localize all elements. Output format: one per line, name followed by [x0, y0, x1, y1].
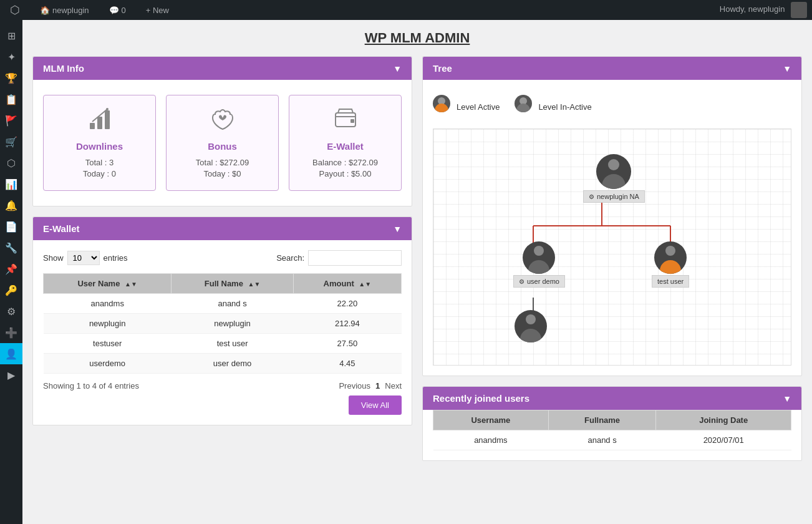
search-label: Search:	[276, 253, 304, 263]
tree-node-child1: ⚙ user demo	[513, 241, 565, 288]
tree-toggle[interactable]: ▼	[783, 64, 791, 74]
page-title: WP MLM ADMIN	[32, 30, 802, 46]
left-column: MLM Info ▼	[32, 56, 412, 461]
wp-logo-item[interactable]: ⬡	[5, 0, 25, 20]
bonus-title: Bonus	[176, 141, 268, 152]
bonus-card: Bonus Total : $272.09 Today : $0	[166, 95, 279, 191]
svg-rect-1	[97, 117, 102, 129]
sort-fullname[interactable]: ▲▼	[248, 281, 261, 288]
joined-col-username: Username	[433, 410, 549, 430]
cell-amount: 22.20	[293, 294, 401, 314]
cell-fullname: anand s	[172, 294, 293, 314]
ewallet-card-title: E-Wallet	[299, 141, 391, 152]
col-username[interactable]: User Name ▲▼	[44, 274, 172, 294]
cell-fullname: newplugin	[172, 314, 293, 334]
sidebar-item-layers[interactable]: ⬡	[0, 152, 22, 173]
sidebar-item-users[interactable]: 👤	[0, 343, 22, 364]
show-label: Show	[43, 253, 64, 263]
cell-fullname: test user	[172, 334, 293, 354]
ewallet-icon	[299, 105, 391, 136]
recently-joined-header: Recently joined users ▼	[423, 387, 801, 410]
table-footer: Showing 1 to 4 of 4 entries Previous 1 N…	[43, 381, 402, 391]
table-row: userdemo user demo 4.45	[44, 354, 402, 374]
mlm-info-header: MLM Info ▼	[33, 57, 412, 80]
sidebar-item-posts[interactable]: ✦	[0, 46, 22, 67]
sort-username[interactable]: ▲▼	[125, 281, 137, 288]
recently-joined-panel: Recently joined users ▼ Username Fullnam…	[422, 386, 802, 461]
list-item: anandms anand s 2020/07/01	[433, 430, 791, 450]
tree-body: Level Active Level In-Active	[423, 80, 801, 376]
cell-amount: 27.50	[293, 334, 401, 354]
sidebar-item-settings[interactable]: ⚙	[0, 301, 22, 322]
joined-col-date: Joining Date	[656, 410, 791, 430]
mlm-info-panel: MLM Info ▼	[32, 56, 412, 206]
sidebar-item-pin[interactable]: 📌	[0, 258, 22, 279]
ewallet-card: E-Wallet Balance : $272.09 Payout : $5.0…	[289, 95, 402, 191]
sidebar-item-dashboard[interactable]: ⊞	[0, 25, 22, 46]
tree-node-root: ⚙ newplugin NA	[583, 154, 645, 203]
sidebar-item-forms[interactable]: 📄	[0, 216, 22, 237]
sidebar-item-awards[interactable]: 🏆	[0, 67, 22, 89]
table-row: anandms anand s 22.20	[44, 294, 402, 314]
child2-label: test user	[652, 275, 689, 288]
pagination: Previous 1 Next	[339, 381, 402, 391]
admin-bar: ⬡ 🏠 newplugin 💬 0 + New Howdy, newplugin	[0, 0, 812, 20]
sidebar-item-woo[interactable]: 🛒	[0, 131, 22, 152]
ewallet-balance: Balance : $272.09	[299, 158, 391, 167]
ewallet-title: E-Wallet	[43, 223, 80, 234]
bonus-today: Today : $0	[176, 169, 268, 178]
child1-label: ⚙ user demo	[513, 275, 565, 288]
sidebar-item-media[interactable]: ▶	[0, 364, 22, 386]
recently-joined-title: Recently joined users	[433, 393, 529, 404]
legend-inactive-label: Level In-Active	[538, 102, 591, 112]
sidebar-item-updates[interactable]: 🔑	[0, 279, 22, 301]
sidebar: ⊞ ✦ 🏆 📋 🚩 🛒 ⬡ 📊 🔔 📄 🔧 📌 🔑 ⚙ ➕ 👤 ▶	[0, 20, 22, 524]
wp-logo-icon: ⬡	[10, 3, 20, 17]
comments-item[interactable]: 💬 0	[104, 0, 131, 20]
ewallet-table: User Name ▲▼ Full Name ▲▼ Amount ▲▼	[43, 273, 402, 374]
sidebar-item-analytics[interactable]: 📊	[0, 173, 22, 195]
table-showing-text: Showing 1 to 4 of 4 entries	[43, 381, 139, 391]
site-name-item[interactable]: 🏠 newplugin	[35, 0, 94, 20]
main-content: WP MLM ADMIN MLM Info ▼	[22, 20, 812, 524]
downlines-card: Downlines Total : 3 Today : 0	[43, 95, 156, 191]
sidebar-item-comments[interactable]: 🚩	[0, 110, 22, 131]
tree-title: Tree	[433, 63, 452, 74]
search-input[interactable]	[308, 250, 402, 266]
mlm-info-toggle[interactable]: ▼	[393, 64, 402, 74]
joined-col-fullname: Fullname	[548, 410, 656, 430]
pagination-current[interactable]: 1	[375, 381, 380, 391]
joined-fullname: anand s	[548, 430, 656, 450]
legend-active-label: Level Active	[457, 102, 500, 112]
pagination-next[interactable]: Next	[385, 381, 402, 391]
comments-count: 0	[122, 6, 126, 15]
ewallet-toggle[interactable]: ▼	[393, 224, 402, 234]
sidebar-item-add[interactable]: ➕	[0, 322, 22, 343]
sidebar-item-pages[interactable]: 📋	[0, 89, 22, 110]
sort-amount[interactable]: ▲▼	[359, 281, 371, 288]
sidebar-item-notifications[interactable]: 🔔	[0, 195, 22, 216]
bonus-icon	[176, 105, 268, 136]
downlines-total: Total : 3	[54, 158, 145, 167]
recently-joined-toggle[interactable]: ▼	[783, 394, 791, 404]
new-content-label: + New	[146, 6, 169, 15]
entries-label: entries	[104, 253, 128, 263]
pagination-previous[interactable]: Previous	[339, 381, 370, 391]
col-amount[interactable]: Amount ▲▼	[293, 274, 401, 294]
cell-username: anandms	[44, 294, 172, 314]
dashboard-grid: MLM Info ▼	[32, 56, 802, 461]
mlm-cards: Downlines Total : 3 Today : 0	[43, 95, 402, 191]
svg-rect-2	[105, 110, 110, 129]
site-home-icon: 🏠	[40, 6, 50, 15]
tree-node-grandchild	[515, 310, 547, 342]
entries-select[interactable]: 10 25 50 100	[67, 251, 100, 265]
ewallet-controls: Show 10 25 50 100 entries Search:	[43, 250, 402, 266]
new-content-item[interactable]: + New	[141, 0, 174, 20]
sidebar-item-tools[interactable]: 🔧	[0, 237, 22, 258]
view-all-button[interactable]: View All	[349, 395, 402, 415]
recently-joined-body: Username Fullname Joining Date anandms a…	[423, 410, 801, 460]
col-fullname[interactable]: Full Name ▲▼	[172, 274, 293, 294]
cell-username: testuser	[44, 334, 172, 354]
mlm-info-body: Downlines Total : 3 Today : 0	[33, 80, 412, 206]
tree-container: ⚙ newplugin NA ⚙ u	[433, 129, 791, 366]
